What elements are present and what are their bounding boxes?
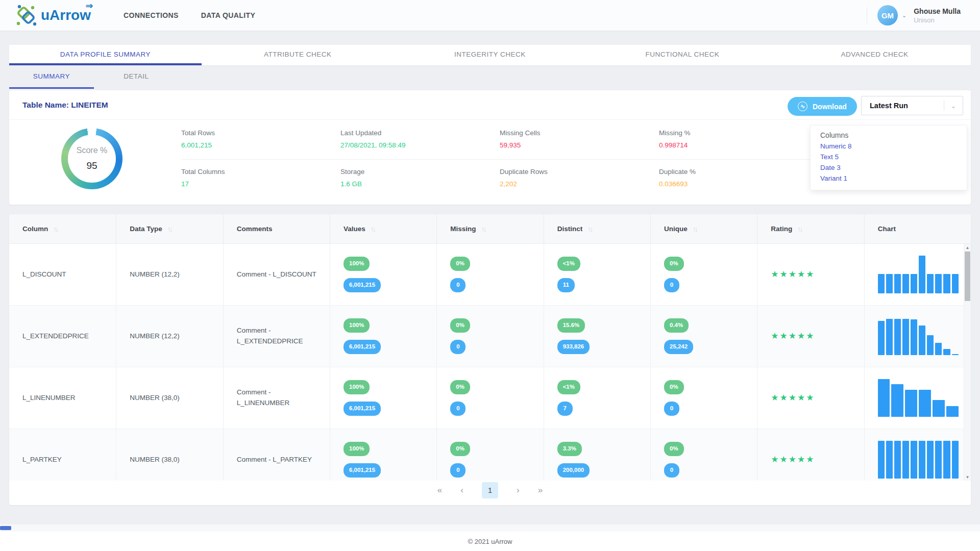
missing-count-badge: 0: [450, 463, 465, 478]
download-button[interactable]: ∿ Download: [788, 97, 857, 116]
cell-comments: Comment - L_EXTENDEDPRICE: [223, 306, 330, 367]
columns-link-date[interactable]: Date 3: [820, 162, 967, 173]
sort-icon[interactable]: ↑↓: [693, 225, 697, 233]
chart-bar: [943, 274, 950, 293]
sort-icon[interactable]: ↑↓: [587, 225, 592, 233]
missing-pct-badge: 0%: [450, 318, 470, 333]
user-menu-chevron-icon[interactable]: ⌄: [902, 12, 906, 19]
brand-logo[interactable]: uArrow⇒: [14, 4, 91, 27]
missing-count-badge: 0: [450, 402, 465, 416]
histogram-chart: [878, 379, 959, 417]
sort-icon[interactable]: ↑↓: [371, 225, 375, 233]
chart-bar: [905, 390, 917, 417]
unique-count-badge: 0: [664, 278, 679, 292]
chevron-down-icon[interactable]: ⌄: [944, 102, 963, 110]
values-pct-badge: 100%: [344, 257, 370, 271]
chart-bar: [894, 274, 901, 293]
rating-stars: ★★★★★: [771, 268, 856, 281]
summary-card: Table Name: LINEITEM ∿ Download Latest R…: [9, 90, 971, 205]
stat-missing-pct: Missing % 0.998714: [659, 123, 818, 159]
chart-bar: [952, 441, 959, 479]
table-row: L_LINENUMBER NUMBER (38,0) Comment - L_L…: [9, 367, 971, 429]
chart-bar: [933, 400, 945, 417]
user-area: GM ⌄ Ghouse Mulla Unison: [867, 5, 961, 26]
brand-name: uArrow⇒: [41, 7, 91, 23]
chart-bar: [935, 441, 942, 479]
tab-integerity-check[interactable]: INTEGERITY CHECK: [394, 45, 586, 65]
run-select-value: Latest Run: [870, 102, 908, 110]
cell-values: 100% 6,001,215: [330, 367, 436, 429]
chart-bar: [902, 319, 909, 355]
columns-link-text[interactable]: Text 5: [820, 152, 967, 162]
tab-advanced-check[interactable]: ADVANCED CHECK: [778, 45, 971, 65]
table-scrollbar[interactable]: ▲ ▼: [964, 244, 971, 481]
subtab-detail[interactable]: DETAIL: [94, 65, 179, 89]
columns-link-numeric[interactable]: Numeric 8: [820, 141, 967, 152]
cell-comments: Comment - L_LINENUMBER: [223, 367, 330, 429]
tab-attribute-check[interactable]: ATTRIBUTE CHECK: [202, 45, 394, 65]
score-value: 95: [86, 160, 97, 171]
chart-bar: [927, 441, 934, 479]
pagination-next-button[interactable]: ›: [517, 485, 520, 495]
avatar[interactable]: GM: [877, 5, 898, 26]
cell-data-type: NUMBER (12,2): [116, 244, 223, 305]
subtab-summary[interactable]: SUMMARY: [9, 65, 94, 89]
chart-bar: [943, 441, 950, 479]
table-row: L_PARTKEY NUMBER (38,0) Comment - L_PART…: [9, 429, 971, 481]
unique-pct-badge: 0.4%: [664, 318, 689, 333]
score-label: Score %: [77, 146, 107, 155]
sub-tabbar: SUMMARY DETAIL: [9, 65, 179, 89]
chart-bar: [886, 441, 893, 479]
chart-bar: [927, 274, 934, 293]
tab-functional-check[interactable]: FUNCTIONAL CHECK: [586, 45, 778, 65]
scrollbar-down-icon[interactable]: ▼: [964, 473, 971, 481]
cell-missing: 0% 0: [436, 244, 543, 305]
distinct-count-badge: 933,826: [557, 340, 590, 354]
chart-bar: [911, 319, 917, 355]
cell-distinct: <1% 11: [544, 244, 650, 305]
tab-data-profile-summary[interactable]: DATA PROFILE SUMMARY: [9, 45, 202, 65]
header-chart: Chart: [864, 214, 971, 243]
pagination-first-button[interactable]: «: [437, 485, 442, 495]
cell-data-type: NUMBER (38,0): [116, 429, 223, 481]
run-select[interactable]: Latest Run ⌄: [861, 96, 963, 115]
horizontal-scrollbar[interactable]: [0, 524, 980, 532]
cell-distinct: <1% 7: [544, 367, 650, 429]
chart-bar: [894, 319, 901, 355]
columns-link-variant[interactable]: Variant 1: [820, 173, 967, 184]
chart-bar: [894, 441, 901, 479]
header-values: Values↑↓: [330, 214, 436, 243]
cell-rating: ★★★★★: [757, 306, 864, 367]
cell-comments: Comment - L_DISCOUNT: [223, 244, 330, 305]
scrollbar-up-icon[interactable]: ▲: [964, 244, 971, 251]
sort-icon[interactable]: ↑↓: [167, 225, 172, 233]
nav-link-data-quality[interactable]: DATA QUALITY: [201, 11, 255, 19]
values-count-badge: 6,001,215: [344, 402, 381, 416]
cell-values: 100% 6,001,215: [330, 306, 436, 367]
header-column: Column↑↓: [9, 214, 116, 243]
missing-count-badge: 0: [450, 340, 465, 354]
sort-icon[interactable]: ↑↓: [481, 225, 485, 233]
values-count-badge: 6,001,215: [344, 278, 381, 292]
cell-chart: [864, 367, 971, 429]
divider: [867, 7, 867, 23]
pagination-last-button[interactable]: »: [538, 485, 543, 495]
distinct-pct-badge: 15.6%: [557, 318, 585, 333]
pagination: « ‹ 1 › »: [9, 482, 971, 498]
nav-link-connections[interactable]: CONNECTIONS: [124, 11, 179, 19]
chart-bar: [886, 319, 893, 355]
rating-stars: ★★★★★: [771, 391, 856, 405]
unique-pct-badge: 0%: [664, 442, 684, 456]
cell-unique: 0% 0: [650, 429, 757, 481]
cell-chart: [864, 306, 971, 367]
rating-stars: ★★★★★: [771, 330, 856, 343]
pagination-prev-button[interactable]: ‹: [460, 485, 463, 495]
sort-icon[interactable]: ↑↓: [797, 225, 801, 233]
scrollbar-thumb[interactable]: [965, 252, 970, 301]
horizontal-scrollbar-thumb[interactable]: [0, 526, 11, 530]
pagination-current-page[interactable]: 1: [482, 482, 498, 498]
histogram-chart: [878, 317, 959, 355]
sort-icon[interactable]: ↑↓: [53, 225, 57, 233]
distinct-pct-badge: <1%: [557, 380, 580, 394]
cell-rating: ★★★★★: [757, 244, 864, 305]
